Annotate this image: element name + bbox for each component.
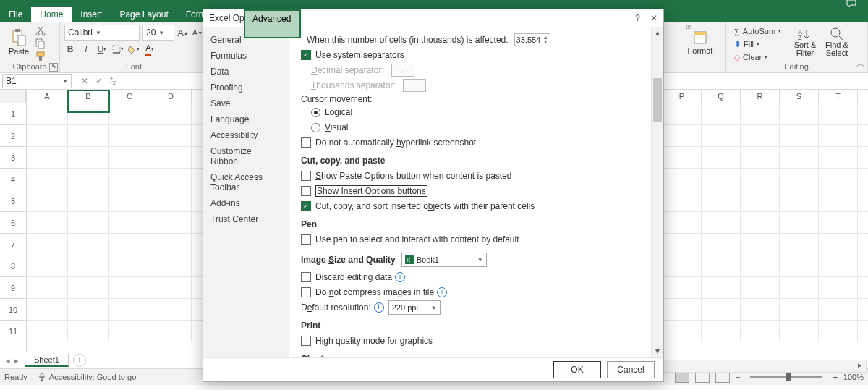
- cut-copy-sort-checkbox[interactable]: ✓: [301, 201, 311, 211]
- horizontal-scrollbar[interactable]: ▸: [663, 360, 867, 373]
- cell[interactable]: [150, 212, 192, 233]
- options-nav-item[interactable]: Data: [203, 64, 289, 80]
- cell[interactable]: [819, 299, 858, 320]
- sheet-tab[interactable]: Sheet1: [25, 354, 69, 367]
- cell[interactable]: [741, 255, 780, 276]
- no-hyperlink-checkbox[interactable]: [301, 137, 311, 148]
- cell[interactable]: [741, 212, 780, 233]
- cursor-logical-radio[interactable]: [311, 108, 320, 117]
- cell[interactable]: [150, 125, 192, 146]
- info-icon[interactable]: i: [395, 272, 405, 282]
- cell[interactable]: [702, 255, 741, 276]
- options-nav-item[interactable]: Proofing: [203, 80, 289, 96]
- dialog-scrollbar[interactable]: ▴ ▾: [651, 27, 663, 357]
- row-header[interactable]: 3: [0, 147, 26, 169]
- cell[interactable]: [702, 212, 741, 233]
- decrease-font-icon[interactable]: A▼: [192, 27, 203, 38]
- cell[interactable]: [663, 255, 702, 276]
- cell[interactable]: [702, 103, 741, 124]
- cell[interactable]: [702, 234, 741, 255]
- cell[interactable]: [150, 234, 192, 255]
- options-nav-item[interactable]: Language: [203, 111, 289, 127]
- options-nav-item[interactable]: Save: [203, 96, 289, 111]
- select-all-corner[interactable]: [0, 90, 26, 103]
- tab-file[interactable]: File: [0, 7, 31, 22]
- cell[interactable]: [68, 255, 109, 276]
- cell[interactable]: [150, 321, 192, 342]
- cell[interactable]: [741, 125, 780, 146]
- comments-icon[interactable]: [846, 0, 858, 8]
- row-header[interactable]: 9: [0, 277, 26, 299]
- options-nav-item[interactable]: Customize Ribbon: [203, 143, 289, 169]
- page-layout-view-icon[interactable]: [695, 371, 710, 383]
- row-header[interactable]: 5: [0, 190, 26, 212]
- cell[interactable]: [109, 190, 150, 211]
- italic-icon[interactable]: I: [80, 43, 92, 55]
- row-header[interactable]: 4: [0, 169, 26, 190]
- help-icon[interactable]: ?: [635, 13, 640, 23]
- cell[interactable]: [780, 125, 819, 146]
- cell[interactable]: [150, 169, 192, 190]
- cell[interactable]: [68, 147, 109, 168]
- cell[interactable]: [150, 299, 192, 320]
- default-resolution-dropdown[interactable]: 220 ppi▼: [388, 300, 441, 315]
- cell[interactable]: [27, 321, 68, 342]
- cell[interactable]: [150, 255, 192, 276]
- cell[interactable]: [780, 234, 819, 255]
- autosum-button[interactable]: ∑AutoSum▾: [734, 25, 785, 38]
- row-header[interactable]: 10: [0, 299, 26, 321]
- column-header[interactable]: D: [150, 90, 192, 103]
- cell[interactable]: [27, 125, 68, 146]
- enter-formula-icon[interactable]: ✓: [95, 76, 103, 86]
- cell[interactable]: [819, 103, 858, 124]
- page-break-view-icon[interactable]: [715, 371, 730, 383]
- clipboard-launcher[interactable]: ⬊: [49, 63, 58, 72]
- column-header[interactable]: P: [663, 90, 702, 103]
- cell[interactable]: [741, 234, 780, 255]
- cell[interactable]: [819, 190, 858, 211]
- cancel-formula-icon[interactable]: ✕: [81, 76, 88, 86]
- cell[interactable]: [780, 212, 819, 233]
- cell[interactable]: [702, 147, 741, 168]
- options-nav-item[interactable]: Formulas: [203, 48, 289, 64]
- cancel-button[interactable]: Cancel: [607, 361, 655, 378]
- cell[interactable]: [109, 255, 150, 276]
- row-header[interactable]: 8: [0, 255, 26, 277]
- cell[interactable]: [741, 147, 780, 168]
- cell[interactable]: [68, 125, 109, 146]
- new-sheet-button[interactable]: +: [73, 354, 86, 367]
- image-workbook-dropdown[interactable]: X Book1▼: [401, 253, 487, 267]
- cut-icon[interactable]: [35, 25, 46, 36]
- zoom-thumb[interactable]: [786, 373, 791, 381]
- column-header[interactable]: R: [741, 90, 780, 103]
- cell[interactable]: [819, 234, 858, 255]
- collapse-ribbon-icon[interactable]: ︿: [856, 58, 865, 70]
- row-header[interactable]: 1: [0, 103, 26, 125]
- cell[interactable]: [27, 147, 68, 168]
- discard-editing-checkbox[interactable]: [301, 272, 311, 282]
- cell[interactable]: [150, 147, 192, 168]
- column-header[interactable]: B: [68, 90, 109, 103]
- cell[interactable]: [68, 212, 109, 233]
- scroll-thumb[interactable]: [653, 78, 662, 122]
- cell[interactable]: [819, 212, 858, 233]
- cell[interactable]: [741, 321, 780, 342]
- cell[interactable]: [780, 103, 819, 124]
- cell[interactable]: [663, 234, 702, 255]
- info-icon[interactable]: i: [374, 302, 384, 313]
- cell[interactable]: [68, 190, 109, 211]
- cell[interactable]: [702, 169, 741, 190]
- cell[interactable]: [68, 169, 109, 190]
- underline-icon[interactable]: U▾: [96, 43, 108, 55]
- cell[interactable]: [68, 234, 109, 255]
- column-header[interactable]: A: [27, 90, 68, 103]
- cell[interactable]: [702, 299, 741, 320]
- cell[interactable]: [741, 190, 780, 211]
- cell[interactable]: [663, 147, 702, 168]
- font-size-combo[interactable]: 20▼: [142, 25, 174, 41]
- close-icon[interactable]: ✕: [650, 13, 658, 23]
- fill-color-icon[interactable]: ▾: [128, 43, 140, 55]
- paste-button[interactable]: Paste: [4, 23, 33, 61]
- info-icon[interactable]: i: [437, 287, 447, 297]
- zoom-slider[interactable]: [750, 376, 822, 378]
